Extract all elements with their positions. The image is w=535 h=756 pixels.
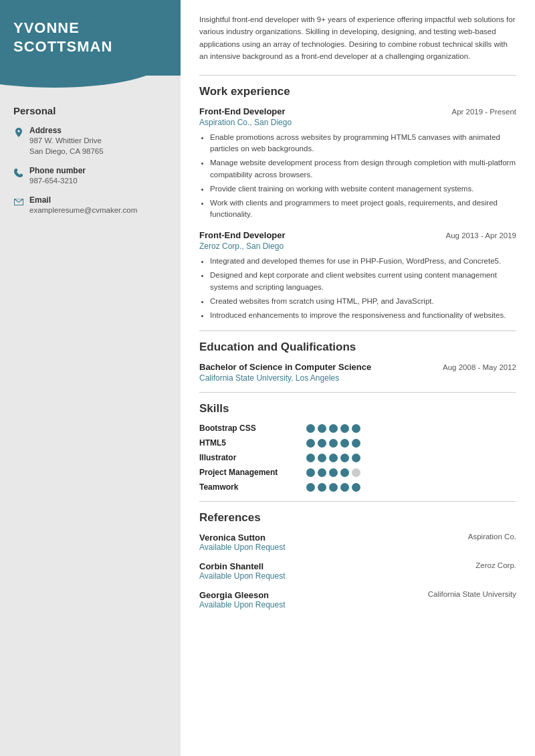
education-title: Education and Qualifications	[199, 341, 516, 354]
skill-dot	[352, 483, 360, 492]
reference-company: California State University	[428, 590, 516, 598]
references-container: Veronica SuttonAvailable Upon RequestAsp…	[199, 533, 516, 609]
edu-1-header: Bachelor of Science in Computer Science …	[199, 362, 516, 372]
skill-dot	[306, 454, 315, 462]
phone-item: Phone number 987-654-3210	[13, 166, 167, 186]
skill-row: HTML5	[199, 438, 516, 448]
skill-dot	[329, 424, 338, 433]
skill-dot	[318, 468, 326, 477]
skill-dot	[352, 454, 360, 462]
skill-row: Illustrator	[199, 453, 516, 462]
list-item: Manage website development process from …	[210, 157, 516, 181]
list-item: Integrated and developed themes for use …	[210, 256, 516, 268]
personal-section-label: Personal	[13, 105, 167, 116]
reference-row: Veronica SuttonAvailable Upon RequestAsp…	[199, 533, 516, 552]
reference-name: Veronica Sutton	[199, 533, 286, 543]
job-2-bullets: Integrated and developed themes for use …	[199, 256, 516, 321]
sidebar-content: Personal Address 987 W. Whittier DriveSa…	[0, 76, 181, 238]
job-2-company: Zeroz Corp., San Diego	[199, 242, 516, 251]
resume-container: YVONNE SCOTTSMAN Personal Address 987 W.…	[0, 0, 535, 756]
skills-title: Skills	[199, 402, 516, 415]
skill-row: Project Management	[199, 468, 516, 477]
divider-work	[199, 75, 516, 76]
email-label: Email	[29, 195, 167, 205]
work-experience-title: Work experience	[199, 85, 516, 98]
reference-left: Veronica SuttonAvailable Upon Request	[199, 533, 286, 552]
skill-name: HTML5	[199, 438, 306, 448]
sidebar: YVONNE SCOTTSMAN Personal Address 987 W.…	[0, 0, 181, 756]
skill-dot	[329, 468, 338, 477]
reference-available: Available Upon Request	[199, 600, 286, 609]
job-1-company: Aspiration Co., San Diego	[199, 118, 516, 127]
reference-name: Corbin Shantell	[199, 561, 286, 571]
reference-available: Available Upon Request	[199, 543, 286, 552]
reference-company: Zeroz Corp.	[475, 561, 516, 569]
reference-name: Georgia Gleeson	[199, 590, 286, 600]
address-details: Address 987 W. Whittier DriveSan Diego, …	[29, 126, 167, 157]
edu-1-school: California State University, Los Angeles	[199, 373, 516, 383]
skill-dot	[340, 468, 349, 477]
email-value: exampleresume@cvmaker.com	[29, 205, 167, 215]
references-title: References	[199, 511, 516, 525]
phone-details: Phone number 987-654-3210	[29, 166, 167, 186]
list-item: Introduced enhancements to improve the r…	[210, 310, 516, 322]
skills-container: Bootstrap CSSHTML5IllustratorProject Man…	[199, 423, 516, 492]
skill-name: Illustrator	[199, 453, 306, 462]
list-item: Created websites from scratch using HTML…	[210, 296, 516, 308]
skill-dot	[306, 468, 315, 477]
email-details: Email exampleresume@cvmaker.com	[29, 195, 167, 215]
skill-dot	[340, 439, 349, 448]
job-1-title: Front-End Developer	[199, 106, 286, 116]
skill-dots	[306, 439, 360, 448]
skill-dot	[329, 439, 338, 448]
job-2-title: Front-End Developer	[199, 230, 286, 240]
candidate-name: YVONNE SCOTTSMAN	[13, 19, 167, 56]
skill-dot	[318, 439, 326, 448]
address-icon	[13, 127, 29, 140]
skill-dot	[340, 483, 349, 492]
email-icon	[13, 197, 29, 209]
job-2-header: Front-End Developer Aug 2013 - Apr 2019	[199, 230, 516, 240]
reference-left: Georgia GleesonAvailable Upon Request	[199, 590, 286, 609]
skill-dot	[318, 454, 326, 462]
address-item: Address 987 W. Whittier DriveSan Diego, …	[13, 126, 167, 157]
job-1-bullets: Enable promotions across websites by pro…	[199, 132, 516, 221]
skill-dots	[306, 483, 360, 492]
skill-dot	[352, 439, 360, 448]
skill-name: Bootstrap CSS	[199, 423, 306, 433]
job-2-dates: Aug 2013 - Apr 2019	[446, 231, 517, 240]
skill-row: Teamwork	[199, 482, 516, 492]
reference-left: Corbin ShantellAvailable Upon Request	[199, 561, 286, 581]
skill-row: Bootstrap CSS	[199, 423, 516, 433]
skill-dot	[306, 439, 315, 448]
skill-dots	[306, 468, 360, 477]
job-1-dates: Apr 2019 - Present	[451, 108, 516, 116]
phone-label: Phone number	[29, 166, 167, 175]
divider-education	[199, 330, 516, 331]
skill-dot	[306, 424, 315, 433]
divider-skills	[199, 392, 516, 393]
skill-name: Teamwork	[199, 482, 306, 492]
skill-dot	[318, 424, 326, 433]
skill-dot	[340, 424, 349, 433]
divider-references	[199, 501, 516, 502]
skill-dots	[306, 424, 360, 433]
skill-dot	[306, 483, 315, 492]
reference-row: Georgia GleesonAvailable Upon RequestCal…	[199, 590, 516, 609]
phone-icon	[13, 167, 29, 180]
skill-dot	[340, 454, 349, 462]
reference-row: Corbin ShantellAvailable Upon RequestZer…	[199, 561, 516, 581]
skill-dot	[329, 483, 338, 492]
list-item: Designed and kept corporate and client w…	[210, 270, 516, 294]
skill-dot	[352, 424, 360, 433]
address-value: 987 W. Whittier DriveSan Diego, CA 98765	[29, 135, 167, 157]
skill-dot	[352, 468, 360, 477]
list-item: Provide client training on working with …	[210, 183, 516, 195]
edu-1-dates: Aug 2008 - May 2012	[443, 363, 516, 371]
job-1-header: Front-End Developer Apr 2019 - Present	[199, 106, 516, 116]
summary-text: Insightful front-end developer with 9+ y…	[199, 13, 516, 63]
main-content: Insightful front-end developer with 9+ y…	[181, 0, 535, 756]
reference-company: Aspiration Co.	[468, 533, 516, 541]
skill-dot	[318, 483, 326, 492]
skill-dots	[306, 454, 360, 462]
